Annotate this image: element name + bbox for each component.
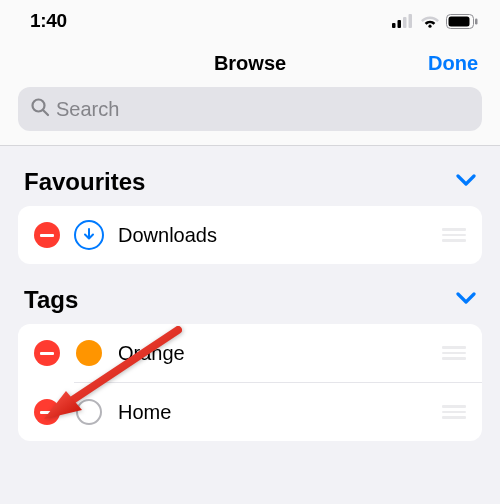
drag-handle-icon[interactable]: [442, 405, 466, 419]
favourites-list: Downloads: [18, 206, 482, 264]
minus-icon: [40, 411, 54, 414]
status-time: 1:40: [30, 10, 67, 32]
status-bar: 1:40: [0, 0, 500, 36]
item-label: Orange: [118, 342, 442, 365]
minus-icon: [40, 352, 54, 355]
done-button[interactable]: Done: [428, 52, 478, 75]
search-icon: [30, 97, 50, 121]
search-input[interactable]: Search: [18, 87, 482, 131]
svg-rect-3: [409, 14, 413, 28]
item-label: Downloads: [118, 224, 442, 247]
svg-rect-6: [449, 16, 470, 26]
tags-title: Tags: [24, 286, 78, 314]
nav-bar: Browse Done: [0, 36, 500, 87]
drag-handle-icon[interactable]: [442, 346, 466, 360]
delete-button[interactable]: [34, 340, 60, 366]
list-item[interactable]: Orange: [18, 324, 482, 382]
svg-rect-0: [392, 23, 396, 28]
downloads-icon: [74, 220, 104, 250]
content: Favourites Downloads Tags: [0, 146, 500, 441]
drag-handle-icon[interactable]: [442, 228, 466, 242]
tags-header[interactable]: Tags: [18, 264, 482, 324]
minus-icon: [40, 234, 54, 237]
search-placeholder: Search: [56, 98, 119, 121]
chevron-down-icon: [456, 173, 476, 191]
svg-line-9: [43, 110, 48, 115]
cellular-signal-icon: [392, 14, 414, 28]
home-tag-icon: [74, 397, 104, 427]
tags-list: Orange Home: [18, 324, 482, 441]
delete-button[interactable]: [34, 222, 60, 248]
wifi-icon: [420, 14, 440, 28]
svg-rect-2: [403, 17, 407, 28]
battery-icon: [446, 14, 478, 29]
svg-point-4: [428, 25, 431, 28]
favourites-header[interactable]: Favourites: [18, 146, 482, 206]
status-icons: [392, 14, 478, 29]
list-item[interactable]: Downloads: [18, 206, 482, 264]
svg-rect-1: [398, 20, 402, 28]
favourites-title: Favourites: [24, 168, 145, 196]
page-title: Browse: [22, 52, 478, 75]
list-item[interactable]: Home: [18, 383, 482, 441]
search-container: Search: [0, 87, 500, 145]
svg-rect-7: [475, 18, 478, 24]
item-label: Home: [118, 401, 442, 424]
orange-tag-icon: [74, 338, 104, 368]
chevron-down-icon: [456, 291, 476, 309]
delete-button[interactable]: [34, 399, 60, 425]
